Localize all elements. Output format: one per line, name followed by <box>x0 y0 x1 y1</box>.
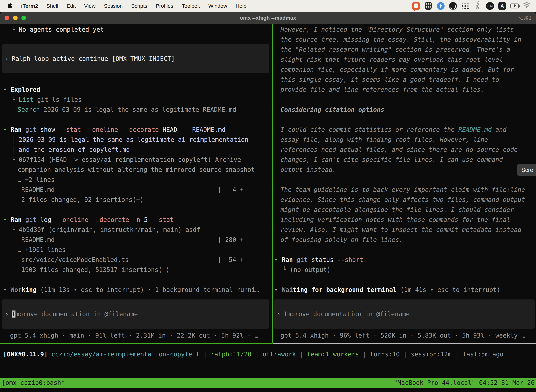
menubar-item-edit[interactable]: Edit <box>67 3 76 9</box>
left-pane-line: Search 2026-03-09-is-legal-the-same-as-l… <box>18 105 236 115</box>
terminal-text-segment: provide file and line references from th… <box>281 86 484 93</box>
terminal-text-segment: Considering citation options <box>281 106 384 113</box>
menubar-item-iterm2[interactable]: iTerm2 <box>21 3 38 9</box>
menubar-menus: iTerm2 ShellEditViewSessionScriptsProfil… <box>0 2 246 10</box>
menubar-item-toolbelt[interactable]: Toolbelt <box>182 3 200 9</box>
omx-status-line: [OMX#0.11.9] cczip/essay/ai-reimplementa… <box>3 349 503 359</box>
terminal-text-segment: README.md | 4 + <box>18 186 244 193</box>
terminal-text-segment: essay file, along with finding root file… <box>281 136 488 143</box>
crescent-camera-icon[interactable] <box>449 2 457 10</box>
terminal-text-segment: (1m 41s • esc to interrupt) <box>400 286 500 293</box>
left-input-placeholder[interactable]: Improve documentation in @filename <box>12 311 138 317</box>
menubar-item-help[interactable]: Help <box>236 3 247 9</box>
screenshot-chat-icon[interactable] <box>412 2 420 10</box>
terminal-text-segment: Wor <box>10 286 22 293</box>
terminal-text-segment: (no output) <box>290 266 330 273</box>
prompt-chevron: › <box>5 55 9 62</box>
terminal-text-segment: the source tree, missing the essay. Stil… <box>281 36 522 43</box>
terminal-text-segment: --stat <box>148 216 174 223</box>
right-pane-line: of focusing solely on file lines. <box>281 235 403 245</box>
terminal-text-segment: companion file, especially if more comme… <box>281 66 514 73</box>
left-pane-line: │ 2026-03-09-is-legal-the-same-as-legiti… <box>11 135 252 145</box>
terminal-text-segment: • <box>274 286 282 293</box>
tmux-status-bar: [omx-cczip0:bash* "MacBook-Pro-44.local"… <box>0 378 536 388</box>
menubar-item-session[interactable]: Session <box>104 3 123 9</box>
omx-status-segment: | <box>296 351 307 358</box>
terminal-text-segment: Ran <box>10 126 22 133</box>
right-pane-line: However, I noticed the "Directory Struct… <box>281 25 514 35</box>
menubar-item-window[interactable]: Window <box>208 3 227 9</box>
left-pane-line: • Ran git show --stat --oneline --decora… <box>3 125 225 135</box>
terminal-text-segment: 2026-03-09-is-legal-the-same-as-legitima… <box>40 106 236 113</box>
prompt-chevron: › <box>5 311 9 317</box>
terminal-text-segment: (11m 13s • esc to interrupt) · 1 backgro… <box>40 286 259 293</box>
menubar-item-profiles[interactable]: Profiles <box>156 3 173 9</box>
terminal-text-segment: git <box>22 216 36 223</box>
terminal-text-segment: and <box>492 126 507 133</box>
right-agent-input[interactable]: › Improve documentation in @filename <box>274 299 535 329</box>
terminal-text-segment: Ran <box>10 216 22 223</box>
letter-a-icon[interactable]: A <box>498 2 507 10</box>
right-pane-line: the source tree, missing the essay. Stil… <box>281 35 522 45</box>
terminal-text-segment: README.md | 280 + <box>18 236 244 243</box>
terminal-text-segment: the "Related research writing" section i… <box>281 46 510 53</box>
tmux-session-name[interactable]: [omx-cczip0:bash* <box>0 379 65 386</box>
terminal-text-segment: Explored <box>10 86 40 93</box>
right-pane-line: companion file, especially if more comme… <box>281 65 514 75</box>
omx-status-segment: | <box>452 351 463 358</box>
window-titlebar: omx --xhigh --madmax ⌥⌘1 <box>0 12 536 24</box>
menubar-item-scripts[interactable]: Scripts <box>131 3 147 9</box>
left-pane-line: │ and-the-erosion-of-copyleft.md <box>11 145 130 155</box>
bolt-circle-icon[interactable] <box>436 2 445 10</box>
terminal-text-segment: However, I noticed the "Directory Struct… <box>281 26 514 33</box>
left-pane-line: └ No agents completed yet <box>11 25 104 35</box>
menubar-item-shell[interactable]: Shell <box>46 3 58 9</box>
left-pane-line: README.md | 280 + <box>18 235 244 245</box>
omx-status-segment: session:12m <box>411 351 452 358</box>
menubar-items: ShellEditViewSessionScriptsProfilesToolb… <box>46 3 246 9</box>
badge-61-icon[interactable]: ..61 <box>486 2 494 10</box>
ralph-loop-text: Ralph loop active continue [OMX_TMUX_INJ… <box>12 55 175 62</box>
terminal-text-segment: 2 files changed, 92 insertions(+) <box>18 196 144 203</box>
menubar-item-view[interactable]: View <box>84 3 96 9</box>
terminal-content[interactable]: › Ralph loop active continue [OMX_TMUX_I… <box>0 24 536 392</box>
left-pane-line: … +1901 lines <box>18 245 66 255</box>
right-pane-line: including verification notes with those … <box>281 215 510 225</box>
macos-menubar: iTerm2 ShellEditViewSessionScriptsProfil… <box>0 0 536 12</box>
squiggle-icon[interactable] <box>474 2 482 10</box>
right-pane-line: Considering citation options <box>281 105 384 115</box>
wifi-icon[interactable] <box>523 2 531 10</box>
right-pane-line: this single essay, it seems like a good … <box>281 75 499 85</box>
apple-menu-icon[interactable] <box>8 2 13 10</box>
battery-charging-icon[interactable] <box>510 2 519 10</box>
right-pane-line: references need actual files, and since … <box>281 145 518 155</box>
terminal-text-segment: I could cite commit statistics or refere… <box>281 126 458 133</box>
terminal-text-segment: might be acceptable alongside the file l… <box>281 206 514 213</box>
menubar-status-icons: ..61A <box>412 2 536 10</box>
dots-grid-icon[interactable] <box>461 2 469 10</box>
omx-status-segment: cczip/essay/ai-reimplementation-copyleft <box>51 351 200 358</box>
terminal-text-segment: git <box>293 256 308 263</box>
terminal-text-segment: this single essay, it seems like a good … <box>281 76 499 83</box>
terminal-text-segment: evidence. Since this change only affects… <box>281 196 525 203</box>
left-pane-line: 2 files changed, 92 insertions(+) <box>18 195 144 205</box>
left-model-statusline: gpt-5.4 xhigh · main · 91% left · 2.31M … <box>10 331 258 341</box>
screen-share-popup-button[interactable]: Scre <box>517 164 536 176</box>
terminal-text-segment: slight risk that future readers may over… <box>281 56 503 63</box>
right-input-placeholder[interactable]: Improve documentation in @filename <box>284 311 410 317</box>
left-agent-input[interactable]: › Improve documentation in @filename <box>2 299 269 329</box>
terminal-text-segment: Ran <box>282 256 293 263</box>
left-pane-line: … +2 lines <box>18 175 55 185</box>
right-pane-line: • Ran git status --short <box>274 255 363 265</box>
tmux-pane-divider[interactable] <box>272 24 273 344</box>
terminal-text-segment: --stat <box>55 126 81 133</box>
terminal-text-segment: status <box>308 256 334 263</box>
left-pane-line: README.md | 4 + <box>18 185 244 195</box>
prompt-chevron: › <box>277 311 281 317</box>
terminal-text-segment: king <box>22 286 36 293</box>
terminal-text-segment: └ <box>11 26 19 33</box>
left-input-text: mprove documentation in @filename <box>15 311 138 317</box>
shield-keypad-icon[interactable] <box>424 2 433 10</box>
terminal-text-segment: • <box>3 216 10 223</box>
left-pane-line: • Ran git log --oneline --decorate -n 5 … <box>3 215 174 225</box>
